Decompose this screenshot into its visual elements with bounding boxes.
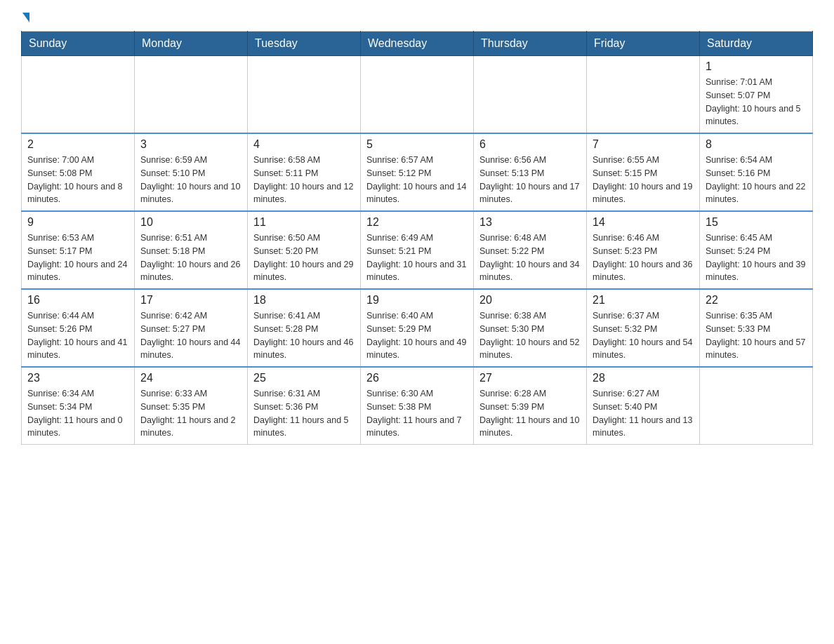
day-info: Sunrise: 6:28 AMSunset: 5:39 PMDaylight:… — [479, 387, 581, 440]
day-number: 6 — [479, 138, 581, 151]
day-info: Sunrise: 6:45 AMSunset: 5:24 PMDaylight:… — [706, 232, 807, 284]
day-info: Sunrise: 6:56 AMSunset: 5:13 PMDaylight:… — [479, 154, 581, 206]
day-number: 24 — [140, 372, 241, 384]
day-info: Sunrise: 6:35 AMSunset: 5:33 PMDaylight:… — [706, 309, 807, 362]
calendar-cell: 20Sunrise: 6:38 AMSunset: 5:30 PMDayligh… — [474, 289, 587, 367]
calendar-cell: 22Sunrise: 6:35 AMSunset: 5:33 PMDayligh… — [700, 289, 813, 367]
day-info: Sunrise: 6:59 AMSunset: 5:10 PMDaylight:… — [140, 154, 241, 206]
day-info: Sunrise: 7:00 AMSunset: 5:08 PMDaylight:… — [27, 154, 128, 206]
day-info: Sunrise: 6:31 AMSunset: 5:36 PMDaylight:… — [253, 387, 355, 440]
calendar-cell: 24Sunrise: 6:33 AMSunset: 5:35 PMDayligh… — [135, 367, 248, 445]
calendar-cell: 23Sunrise: 6:34 AMSunset: 5:34 PMDayligh… — [22, 367, 135, 445]
calendar-cell: 16Sunrise: 6:44 AMSunset: 5:26 PMDayligh… — [22, 289, 135, 367]
calendar-cell: 11Sunrise: 6:50 AMSunset: 5:20 PMDayligh… — [248, 211, 361, 289]
day-number: 18 — [253, 294, 355, 307]
day-number: 8 — [706, 138, 807, 151]
day-number: 1 — [706, 60, 807, 73]
day-number: 10 — [140, 216, 241, 229]
day-number: 3 — [140, 138, 241, 151]
weekday-header-row: SundayMondayTuesdayWednesdayThursdayFrid… — [22, 32, 813, 56]
calendar-cell — [248, 56, 361, 134]
calendar-cell — [587, 56, 700, 134]
day-info: Sunrise: 6:30 AMSunset: 5:38 PMDaylight:… — [366, 387, 468, 440]
day-number: 4 — [253, 138, 355, 151]
day-number: 23 — [27, 372, 128, 384]
day-info: Sunrise: 6:33 AMSunset: 5:35 PMDaylight:… — [140, 387, 241, 440]
day-info: Sunrise: 6:37 AMSunset: 5:32 PMDaylight:… — [593, 309, 694, 362]
calendar-cell: 14Sunrise: 6:46 AMSunset: 5:23 PMDayligh… — [587, 211, 700, 289]
weekday-header-thursday: Thursday — [474, 32, 587, 56]
day-info: Sunrise: 6:50 AMSunset: 5:20 PMDaylight:… — [253, 232, 355, 284]
day-number: 28 — [593, 372, 694, 384]
day-info: Sunrise: 6:38 AMSunset: 5:30 PMDaylight:… — [479, 309, 581, 362]
calendar-cell: 7Sunrise: 6:55 AMSunset: 5:15 PMDaylight… — [587, 133, 700, 211]
calendar-cell — [700, 367, 813, 445]
calendar-cell: 25Sunrise: 6:31 AMSunset: 5:36 PMDayligh… — [248, 367, 361, 445]
calendar-cell: 26Sunrise: 6:30 AMSunset: 5:38 PMDayligh… — [361, 367, 474, 445]
calendar-cell: 17Sunrise: 6:42 AMSunset: 5:27 PMDayligh… — [135, 289, 248, 367]
day-number: 9 — [27, 216, 128, 229]
calendar-cell: 18Sunrise: 6:41 AMSunset: 5:28 PMDayligh… — [248, 289, 361, 367]
weekday-header-monday: Monday — [135, 32, 248, 56]
calendar-cell: 13Sunrise: 6:48 AMSunset: 5:22 PMDayligh… — [474, 211, 587, 289]
day-number: 13 — [479, 216, 581, 229]
calendar-cell: 3Sunrise: 6:59 AMSunset: 5:10 PMDaylight… — [135, 133, 248, 211]
weekday-header-tuesday: Tuesday — [248, 32, 361, 56]
day-number: 11 — [253, 216, 355, 229]
day-info: Sunrise: 6:34 AMSunset: 5:34 PMDaylight:… — [27, 387, 128, 440]
day-info: Sunrise: 6:58 AMSunset: 5:11 PMDaylight:… — [253, 154, 355, 206]
calendar-cell — [474, 56, 587, 134]
calendar-cell: 8Sunrise: 6:54 AMSunset: 5:16 PMDaylight… — [700, 133, 813, 211]
week-row-2: 2Sunrise: 7:00 AMSunset: 5:08 PMDaylight… — [22, 133, 813, 211]
calendar-cell: 28Sunrise: 6:27 AMSunset: 5:40 PMDayligh… — [587, 367, 700, 445]
day-info: Sunrise: 6:48 AMSunset: 5:22 PMDaylight:… — [479, 232, 581, 284]
week-row-4: 16Sunrise: 6:44 AMSunset: 5:26 PMDayligh… — [22, 289, 813, 367]
day-number: 2 — [27, 138, 128, 151]
day-number: 12 — [366, 216, 468, 229]
day-info: Sunrise: 7:01 AMSunset: 5:07 PMDaylight:… — [706, 76, 807, 128]
page-header — [21, 14, 813, 24]
calendar-cell: 1Sunrise: 7:01 AMSunset: 5:07 PMDaylight… — [700, 56, 813, 134]
day-number: 21 — [593, 294, 694, 307]
day-number: 5 — [366, 138, 468, 151]
day-number: 22 — [706, 294, 807, 307]
logo — [21, 14, 29, 24]
day-number: 25 — [253, 372, 355, 384]
day-number: 15 — [706, 216, 807, 229]
day-info: Sunrise: 6:46 AMSunset: 5:23 PMDaylight:… — [593, 232, 694, 284]
day-number: 19 — [366, 294, 468, 307]
calendar-cell: 27Sunrise: 6:28 AMSunset: 5:39 PMDayligh… — [474, 367, 587, 445]
logo-arrow-icon — [22, 13, 29, 22]
day-info: Sunrise: 6:44 AMSunset: 5:26 PMDaylight:… — [27, 309, 128, 362]
calendar-cell: 15Sunrise: 6:45 AMSunset: 5:24 PMDayligh… — [700, 211, 813, 289]
calendar-cell: 4Sunrise: 6:58 AMSunset: 5:11 PMDaylight… — [248, 133, 361, 211]
calendar-cell: 2Sunrise: 7:00 AMSunset: 5:08 PMDaylight… — [22, 133, 135, 211]
day-number: 26 — [366, 372, 468, 384]
calendar-cell: 10Sunrise: 6:51 AMSunset: 5:18 PMDayligh… — [135, 211, 248, 289]
calendar-cell — [22, 56, 135, 134]
day-info: Sunrise: 6:54 AMSunset: 5:16 PMDaylight:… — [706, 154, 807, 206]
day-number: 16 — [27, 294, 128, 307]
week-row-5: 23Sunrise: 6:34 AMSunset: 5:34 PMDayligh… — [22, 367, 813, 445]
day-number: 17 — [140, 294, 241, 307]
day-number: 20 — [479, 294, 581, 307]
calendar-cell: 5Sunrise: 6:57 AMSunset: 5:12 PMDaylight… — [361, 133, 474, 211]
calendar-cell: 6Sunrise: 6:56 AMSunset: 5:13 PMDaylight… — [474, 133, 587, 211]
calendar-cell: 12Sunrise: 6:49 AMSunset: 5:21 PMDayligh… — [361, 211, 474, 289]
day-info: Sunrise: 6:27 AMSunset: 5:40 PMDaylight:… — [593, 387, 694, 440]
calendar-cell — [361, 56, 474, 134]
day-info: Sunrise: 6:55 AMSunset: 5:15 PMDaylight:… — [593, 154, 694, 206]
week-row-1: 1Sunrise: 7:01 AMSunset: 5:07 PMDaylight… — [22, 56, 813, 134]
day-number: 7 — [593, 138, 694, 151]
day-info: Sunrise: 6:49 AMSunset: 5:21 PMDaylight:… — [366, 232, 468, 284]
calendar-cell: 9Sunrise: 6:53 AMSunset: 5:17 PMDaylight… — [22, 211, 135, 289]
week-row-3: 9Sunrise: 6:53 AMSunset: 5:17 PMDaylight… — [22, 211, 813, 289]
day-info: Sunrise: 6:40 AMSunset: 5:29 PMDaylight:… — [366, 309, 468, 362]
day-info: Sunrise: 6:42 AMSunset: 5:27 PMDaylight:… — [140, 309, 241, 362]
calendar-cell: 21Sunrise: 6:37 AMSunset: 5:32 PMDayligh… — [587, 289, 700, 367]
day-info: Sunrise: 6:53 AMSunset: 5:17 PMDaylight:… — [27, 232, 128, 284]
day-info: Sunrise: 6:51 AMSunset: 5:18 PMDaylight:… — [140, 232, 241, 284]
weekday-header-friday: Friday — [587, 32, 700, 56]
calendar-table: SundayMondayTuesdayWednesdayThursdayFrid… — [21, 31, 813, 445]
day-info: Sunrise: 6:41 AMSunset: 5:28 PMDaylight:… — [253, 309, 355, 362]
